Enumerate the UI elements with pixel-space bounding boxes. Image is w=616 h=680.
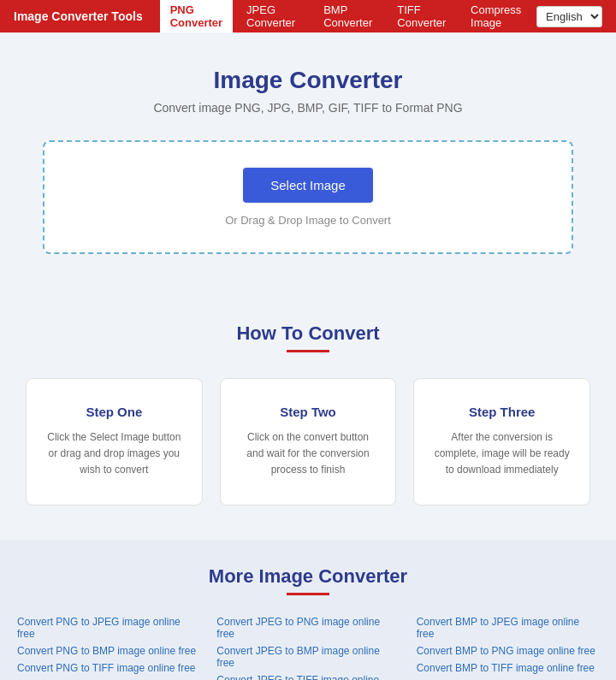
step-two-card: Step Two Click on the convert button and… bbox=[220, 378, 397, 506]
nav-bmp-converter[interactable]: BMP Converter bbox=[313, 0, 383, 33]
converter-link[interactable]: Convert JPEG to PNG image online free bbox=[216, 616, 399, 640]
language-select[interactable]: English bbox=[536, 6, 602, 27]
more-underline bbox=[287, 593, 329, 595]
nav-tiff-converter[interactable]: TIFF Converter bbox=[387, 0, 457, 33]
converter-link[interactable]: Convert PNG to TIFF image online free bbox=[17, 662, 199, 674]
navbar-brand: Image Converter Tools bbox=[14, 9, 143, 23]
how-to-convert-section: How To Convert Step One Click the Select… bbox=[0, 305, 616, 540]
step-two-desc: Click on the convert button and wait for… bbox=[238, 429, 379, 479]
nav-jpeg-converter[interactable]: JPEG Converter bbox=[236, 0, 310, 33]
more-section-title: More Image Converter bbox=[17, 565, 599, 588]
converter-link[interactable]: Convert PNG to JPEG image online free bbox=[17, 616, 199, 640]
upload-box: Select Image Or Drag & Drop Image to Con… bbox=[43, 140, 573, 254]
page-title: Image Converter bbox=[17, 67, 599, 94]
step-three-title: Step Three bbox=[431, 405, 572, 419]
section-title-underline bbox=[287, 350, 329, 352]
links-grid: Convert PNG to JPEG image online freeCon… bbox=[17, 616, 599, 680]
main-content: Image Converter Convert image PNG, JPG, … bbox=[0, 33, 616, 305]
how-section-title: How To Convert bbox=[17, 322, 599, 345]
more-section: More Image Converter Convert PNG to JPEG… bbox=[0, 540, 616, 680]
step-three-card: Step Three After the conversion is compl… bbox=[413, 378, 590, 506]
converter-link[interactable]: Convert BMP to JPEG image online free bbox=[417, 616, 599, 640]
converter-link[interactable]: Convert BMP to TIFF image online free bbox=[417, 662, 599, 674]
page-subtitle: Convert image PNG, JPG, BMP, GIF, TIFF t… bbox=[17, 101, 599, 115]
step-one-desc: Click the Select Image button or drag an… bbox=[44, 429, 185, 479]
converter-link[interactable]: Convert PNG to BMP image online free bbox=[17, 645, 199, 657]
select-image-button[interactable]: Select Image bbox=[243, 168, 373, 203]
steps-container: Step One Click the Select Image button o… bbox=[26, 378, 590, 506]
converter-link[interactable]: Convert JPEG to BMP image online free bbox=[216, 645, 399, 669]
converter-link[interactable]: Convert JPEG to TIFF image online free bbox=[216, 674, 399, 680]
links-col-2: Convert JPEG to PNG image online freeCon… bbox=[216, 616, 399, 680]
step-one-title: Step One bbox=[44, 405, 185, 419]
step-two-title: Step Two bbox=[238, 405, 379, 419]
links-col-3: Convert BMP to JPEG image online freeCon… bbox=[417, 616, 599, 680]
navbar: Image Converter Tools PNG Converter JPEG… bbox=[0, 0, 616, 33]
step-one-card: Step One Click the Select Image button o… bbox=[26, 378, 203, 506]
links-col-1: Convert PNG to JPEG image online freeCon… bbox=[17, 616, 199, 680]
nav-compress-image[interactable]: Compress Image bbox=[460, 0, 536, 33]
step-three-desc: After the conversion is complete, image … bbox=[431, 429, 572, 479]
nav-links: PNG Converter JPEG Converter BMP Convert… bbox=[160, 0, 536, 33]
nav-png-converter[interactable]: PNG Converter bbox=[160, 0, 233, 33]
drag-drop-text: Or Drag & Drop Image to Convert bbox=[225, 214, 391, 227]
converter-link[interactable]: Convert BMP to PNG image online free bbox=[417, 645, 599, 657]
